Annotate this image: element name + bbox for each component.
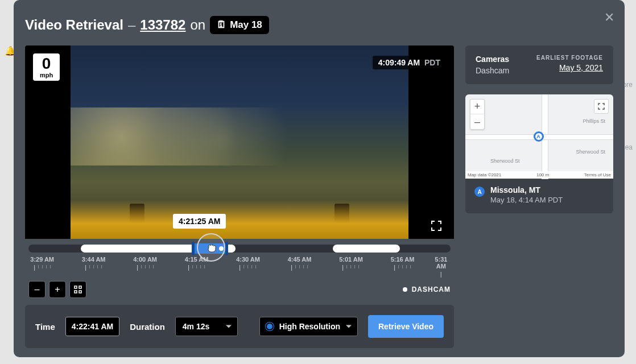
tick: 5:01 AM [339, 256, 363, 271]
tick: 4:30 AM [236, 256, 260, 271]
timeline: 3:29 AM 3:44 AM 4:00 AM 4:15 AM 4:30 AM … [25, 239, 454, 305]
timeline-ticks: 3:29 AM 3:44 AM 4:00 AM 4:15 AM 4:30 AM … [25, 256, 454, 278]
tick: 4:15 AM [185, 256, 209, 271]
map-fullscreen-button[interactable] [594, 99, 609, 114]
video-retrieval-modal: ✕ Video Retrieval – 133782 on 🗓 May 18 0… [14, 0, 625, 357]
timeline-track[interactable] [28, 245, 451, 253]
radio-selected-icon [267, 324, 272, 329]
tick: 4:00 AM [133, 256, 157, 271]
overlay-time: 4:09:49 AM [378, 58, 420, 67]
legend-dot-icon [403, 287, 407, 292]
street-label: Phillips St [583, 118, 605, 124]
earliest-footage-link[interactable]: May 5, 2021 [536, 63, 603, 72]
retrieval-form: Time 4:22:41 AM Duration 4m 12s High Res… [25, 305, 454, 348]
location-city: Missoula, MT [490, 185, 563, 195]
fullscreen-icon[interactable] [431, 221, 441, 231]
location-badge: A [474, 187, 485, 197]
zoom-in-button[interactable]: + [49, 281, 66, 298]
legend-label: DASHCAM [412, 286, 451, 293]
tick: 3:44 AM [82, 256, 106, 271]
time-input[interactable]: 4:22:41 AM [65, 317, 119, 336]
duration-select[interactable]: 4m 12s [175, 317, 238, 336]
location-timestamp: May 18, 4:14 AM PDT [490, 196, 563, 204]
title-dash: – [128, 17, 135, 33]
on-word: on [190, 17, 205, 33]
map-pin[interactable]: A [534, 131, 544, 142]
svg-rect-0 [75, 286, 77, 288]
map-zoom-controls: + – [470, 99, 485, 130]
speed-value: 0 [40, 56, 53, 72]
title-prefix: Video Retrieval [25, 17, 123, 33]
map-zoom-in-button[interactable]: + [470, 100, 484, 114]
retrieve-video-button[interactable]: Retrieve Video [368, 315, 444, 338]
zoom-out-button[interactable]: – [28, 281, 46, 298]
scrub-tooltip: 4:21:25 AM [173, 214, 226, 229]
location-row: A Missoula, MT May 18, 4:14 AM PDT [465, 179, 613, 213]
dashcam-frame [71, 46, 408, 239]
chevron-down-icon [226, 325, 232, 328]
tick: 4:45 AM [288, 256, 312, 271]
cameras-heading: Cameras [476, 55, 509, 64]
speed-unit: mph [40, 72, 53, 78]
video-time-overlay: 4:09:49 AM PDT [373, 56, 446, 69]
page-title: Video Retrieval – 133782 on 🗓 May 18 [25, 16, 269, 34]
tick: 5:31 AM [435, 256, 448, 278]
vehicle-id-link[interactable]: 133782 [140, 17, 185, 33]
fit-button[interactable] [69, 281, 86, 298]
modal-header: Video Retrieval – 133782 on 🗓 May 18 [14, 0, 625, 46]
date-picker[interactable]: 🗓 May 18 [210, 16, 269, 34]
camera-legend: DASHCAM [403, 286, 451, 293]
map-zoom-out-button[interactable]: – [470, 114, 484, 129]
video-player[interactable]: 0 mph 4:09:49 AM PDT 4:21:25 AM [25, 46, 454, 239]
svg-rect-1 [79, 286, 81, 288]
mirror-left [130, 204, 144, 223]
overlay-tz: PDT [424, 58, 440, 67]
map-card: Phillips St Sherwood St Sherwood St A + … [465, 94, 613, 213]
map-attribution: Map data ©2021 100 m Terms of Use [465, 171, 613, 179]
cameras-card: Cameras Dashcam EARLIEST FOOTAGE May 5, … [465, 46, 613, 84]
footage-segment[interactable] [333, 245, 400, 253]
resolution-value: High Resolution [279, 322, 340, 331]
svg-rect-2 [75, 291, 77, 293]
duration-value: 4m 12s [183, 322, 209, 331]
tick: 3:29 AM [30, 256, 54, 271]
svg-rect-3 [79, 291, 81, 293]
chevron-down-icon [346, 325, 352, 328]
speed-overlay: 0 mph [33, 53, 60, 81]
earliest-footage-label: EARLIEST FOOTAGE [536, 55, 603, 61]
time-label: Time [35, 322, 55, 332]
mini-map[interactable]: Phillips St Sherwood St Sherwood St A + … [465, 94, 613, 179]
duration-label: Duration [130, 322, 165, 332]
date-label: May 18 [230, 19, 262, 31]
street-label: Sherwood St [490, 158, 520, 164]
cameras-value: Dashcam [476, 66, 509, 75]
tick: 5:16 AM [391, 256, 415, 271]
street-label: Sherwood St [576, 149, 605, 155]
calendar-icon: 🗓 [217, 19, 226, 31]
mirror-right [334, 204, 349, 223]
close-icon[interactable]: ✕ [604, 10, 614, 25]
resolution-select[interactable]: High Resolution [259, 317, 358, 336]
